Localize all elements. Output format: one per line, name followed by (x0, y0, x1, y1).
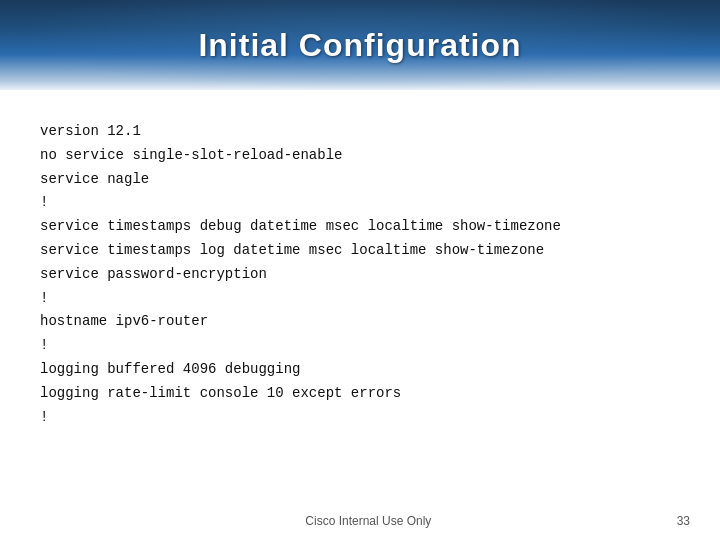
slide-content: version 12.1no service single-slot-reloa… (0, 90, 720, 449)
footer-page: 33 (677, 514, 720, 528)
code-line: logging rate-limit console 10 except err… (40, 382, 670, 406)
code-line: ! (40, 287, 670, 311)
code-line: logging buffered 4096 debugging (40, 358, 670, 382)
code-line: ! (40, 191, 670, 215)
code-line: no service single-slot-reload-enable (40, 144, 670, 168)
footer-label: Cisco Internal Use Only (0, 514, 677, 528)
code-block: version 12.1no service single-slot-reloa… (40, 120, 670, 429)
slide-title: Initial Configuration (198, 27, 521, 64)
code-line: service timestamps debug datetime msec l… (40, 215, 670, 239)
slide-header: Initial Configuration (0, 0, 720, 90)
code-line: ! (40, 406, 670, 430)
code-line: hostname ipv6-router (40, 310, 670, 334)
slide-footer: Cisco Internal Use Only 33 (0, 514, 720, 528)
code-line: service nagle (40, 168, 670, 192)
code-line: service timestamps log datetime msec loc… (40, 239, 670, 263)
code-line: version 12.1 (40, 120, 670, 144)
code-line: ! (40, 334, 670, 358)
code-line: service password-encryption (40, 263, 670, 287)
